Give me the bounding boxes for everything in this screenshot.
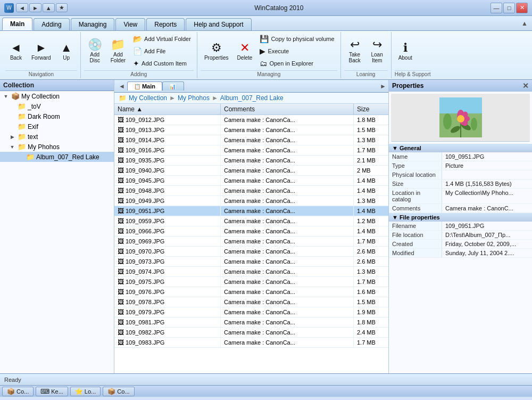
file-cell-comments: Camera make : CanonCa...	[221, 145, 354, 155]
property-row: Size 1.4 MB (1,516,583 Bytes)	[389, 179, 532, 189]
up-button[interactable]: ▲ Up	[56, 40, 77, 63]
file-cell-name: 🖼 109_0966.JPG	[114, 226, 221, 236]
breadcrumb-album[interactable]: Album_007_Red Lake	[220, 94, 284, 102]
adding-group-label: Adding	[84, 70, 194, 77]
sidebar-item-album-007[interactable]: 📁 Album_007_Red Lake	[0, 152, 114, 162]
file-row[interactable]: 🖼 109_0940.JPG Camera make : CanonCa... …	[114, 166, 388, 176]
property-row: Physical location	[389, 170, 532, 179]
nav-forward-btn[interactable]: ►	[29, 3, 41, 12]
file-row[interactable]: 🖼 109_0983.JPG Camera make : CanonCa... …	[114, 338, 388, 348]
file-row[interactable]: 🖼 109_0951.JPG Camera make : CanonCa... …	[114, 206, 388, 216]
nav-buttons: ◄ Back ► Forward ▲ Up	[5, 33, 77, 69]
file-row[interactable]: 🖼 109_0945.JPG Camera make : CanonCa... …	[114, 176, 388, 186]
flower-svg	[439, 97, 482, 137]
sidebar-item-my-phohos[interactable]: ▼ 📁 My Phohos	[0, 142, 114, 152]
header-size[interactable]: Size	[354, 104, 388, 115]
file-row[interactable]: 🖼 109_0978.JPG Camera make : CanonCa... …	[114, 297, 388, 307]
close-button[interactable]: ✕	[516, 3, 528, 13]
tree-toggle-my-phohos[interactable]: ▼	[9, 143, 16, 151]
breadcrumb-my-phohos[interactable]: My Phohos	[178, 94, 210, 102]
minimize-button[interactable]: —	[491, 3, 502, 13]
sidebar-item-tov[interactable]: 📁 _toV	[0, 101, 114, 111]
file-icon: 🖼	[118, 319, 124, 326]
tree-toggle-text[interactable]: ▶	[9, 133, 16, 141]
file-row[interactable]: 🖼 109_0974.JPG Camera make : CanonCa... …	[114, 267, 388, 277]
file-row[interactable]: 🖼 109_0969.JPG Camera make : CanonCa... …	[114, 236, 388, 247]
add-folder-button[interactable]: 📁 AddFolder	[107, 37, 129, 66]
nav-up-btn[interactable]: ▲	[43, 3, 55, 12]
file-cell-name: 🖼 109_0948.JPG	[114, 186, 221, 195]
tab-scroll-right[interactable]: ▲	[519, 18, 530, 29]
file-row[interactable]: 🖼 109_0981.JPG Camera make : CanonCa... …	[114, 317, 388, 328]
maximize-button[interactable]: □	[503, 3, 515, 13]
properties-close-button[interactable]: ✕	[522, 81, 529, 90]
add-disc-button[interactable]: 💿 AddDisc	[84, 37, 106, 66]
taskbar-btn-3[interactable]: ⭐ Lo...	[70, 387, 101, 396]
open-explorer-button[interactable]: 🗂 Open in Explorer	[257, 58, 337, 69]
back-button[interactable]: ◄ Back	[5, 40, 27, 63]
add-file-button[interactable]: 📄 Add File	[130, 45, 194, 57]
file-row[interactable]: 🖼 109_0979.JPG Camera make : CanonCa... …	[114, 307, 388, 317]
breadcrumb-my-collection[interactable]: My Collection	[129, 94, 167, 102]
sidebar-item-my-collection[interactable]: ▼ 📦 My Collection	[0, 91, 114, 101]
file-props-collapse-icon[interactable]: ▼	[392, 214, 398, 221]
file-row[interactable]: 🖼 109_0916.JPG Camera make : CanonCa... …	[114, 145, 388, 156]
content-tab-secondary[interactable]: 📊	[162, 81, 184, 91]
content-nav-arrow[interactable]: ►	[380, 83, 386, 90]
prop-value: Friday, October 02, 2009,...	[442, 240, 532, 248]
nav-back-btn[interactable]: ◄	[16, 3, 28, 12]
file-comments: Camera make : CanonCa...	[224, 117, 295, 123]
header-name[interactable]: Name ▲	[114, 104, 221, 115]
sidebar-item-text[interactable]: ▶ 📁 text	[0, 132, 114, 142]
delete-button[interactable]: ✕ Delete	[233, 40, 256, 63]
add-custom-item-button[interactable]: ✦ Add Custom Item	[130, 58, 194, 69]
tab-main[interactable]: Main	[2, 18, 32, 30]
about-button[interactable]: ℹ About	[395, 40, 416, 63]
tab-help[interactable]: Help and Support	[186, 18, 251, 30]
tree-toggle-exif	[9, 123, 16, 130]
file-row[interactable]: 🖼 109_0966.JPG Camera make : CanonCa... …	[114, 226, 388, 236]
file-row[interactable]: 🖼 109_0935.JPG Camera make : CanonCa... …	[114, 156, 388, 166]
content-tab-main[interactable]: 📋Main	[127, 81, 162, 91]
sidebar-item-dark-room[interactable]: 📁 Dark Room	[0, 111, 114, 121]
properties-button[interactable]: ⚙ Properties	[201, 40, 232, 63]
file-rows-container: 🖼 109_0912.JPG Camera make : CanonCa... …	[114, 115, 388, 348]
forward-button[interactable]: ► Forward	[28, 40, 55, 63]
file-row[interactable]: 🖼 109_0976.JPG Camera make : CanonCa... …	[114, 287, 388, 297]
file-row[interactable]: 🖼 109_0914.JPG Camera make : CanonCa... …	[114, 135, 388, 145]
ribbon: ◄ Back ► Forward ▲ Up Navigation 💿 AddDi…	[0, 31, 532, 80]
content-nav-right[interactable]: ►	[380, 83, 386, 90]
file-icon: 🖼	[118, 126, 124, 134]
tab-nav-left[interactable]: ◄	[117, 83, 127, 90]
tab-reports[interactable]: Reports	[146, 18, 185, 30]
loan-item-button[interactable]: ↪ LoanItem	[367, 37, 388, 66]
taskbar-btn-4[interactable]: 📦 Co...	[103, 387, 134, 396]
taskbar-btn-1[interactable]: 📦 Co...	[2, 387, 34, 396]
file-row[interactable]: 🖼 109_0973.JPG Camera make : CanonCa... …	[114, 257, 388, 267]
file-row[interactable]: 🖼 109_0913.JPG Camera make : CanonCa... …	[114, 125, 388, 135]
file-row[interactable]: 🖼 109_0948.JPG Camera make : CanonCa... …	[114, 186, 388, 196]
file-comments: Camera make : CanonCa...	[224, 218, 295, 224]
file-row[interactable]: 🖼 109_0949.JPG Camera make : CanonCa... …	[114, 196, 388, 206]
take-back-button[interactable]: ↩ TakeBack	[344, 37, 365, 66]
file-name: 109_0970.JPG	[126, 248, 164, 255]
copy-physical-button[interactable]: 💾 Copy to physical volume	[257, 33, 337, 45]
nav-star-btn[interactable]: ★	[56, 3, 68, 12]
about-icon: ℹ	[403, 42, 408, 54]
add-virtual-folder-button[interactable]: 📂 Add Virtual Folder	[130, 33, 194, 45]
tab-managing[interactable]: Managing	[71, 18, 115, 30]
file-row[interactable]: 🖼 109_0912.JPG Camera make : CanonCa... …	[114, 115, 388, 125]
tab-view[interactable]: View	[115, 18, 145, 30]
header-comments[interactable]: Comments	[221, 104, 354, 115]
file-row[interactable]: 🖼 109_0959.JPG Camera make : CanonCa... …	[114, 216, 388, 226]
general-collapse-icon[interactable]: ▼	[392, 145, 398, 151]
file-row[interactable]: 🖼 109_0982.JPG Camera make : CanonCa... …	[114, 328, 388, 338]
taskbar-btn-2[interactable]: ⌨ Ke...	[36, 387, 68, 396]
file-row[interactable]: 🖼 109_0970.JPG Camera make : CanonCa... …	[114, 247, 388, 257]
file-row[interactable]: 🖼 109_0975.JPG Camera make : CanonCa... …	[114, 277, 388, 287]
execute-button[interactable]: ▶ Execute	[257, 45, 337, 57]
tree-toggle-my-collection[interactable]: ▼	[2, 93, 10, 100]
tab-adding[interactable]: Adding	[34, 18, 69, 30]
prop-value: 1.4 MB (1,516,583 Bytes)	[442, 179, 532, 188]
sidebar-item-exif[interactable]: 📁 Exif	[0, 121, 114, 132]
